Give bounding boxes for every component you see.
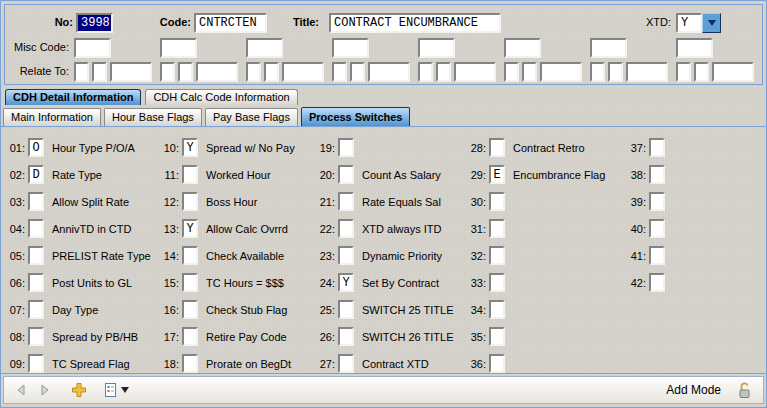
tab-cdh-detail-information[interactable]: CDH Detail Information: [5, 89, 141, 105]
switch-value-field[interactable]: [28, 246, 44, 265]
relate-to-field-small[interactable]: [246, 62, 261, 82]
switch-value-field[interactable]: [489, 273, 505, 292]
title-field[interactable]: CONTRACT ENCUMBRANCE: [329, 13, 501, 33]
switch-value-field[interactable]: [649, 138, 665, 157]
switch-value-field[interactable]: E: [489, 165, 505, 184]
record-number-field[interactable]: 3998: [76, 13, 113, 33]
tab-hour-base-flags[interactable]: Hour Base Flags: [104, 108, 202, 126]
options-button[interactable]: [100, 378, 132, 402]
previous-record-button[interactable]: [10, 378, 32, 402]
switch-row: 11:Worked Hour: [153, 161, 295, 188]
switch-label: PRELIST Rate Type: [52, 250, 151, 262]
relate-to-field-large[interactable]: [626, 62, 668, 82]
switch-value-field[interactable]: [28, 327, 44, 346]
switch-value-field[interactable]: [28, 219, 44, 238]
lock-toggle-button[interactable]: [733, 378, 755, 402]
switch-row: 06:Post Units to GL: [5, 269, 151, 296]
switch-value-field[interactable]: Y: [338, 273, 354, 292]
switch-value-field[interactable]: [338, 354, 354, 373]
relate-to-field-small[interactable]: [504, 62, 519, 82]
relate-to-field-large[interactable]: [282, 62, 324, 82]
tab-cdh-calc-code-information[interactable]: CDH Calc Code Information: [145, 89, 297, 105]
switch-label: Post Units to GL: [52, 277, 132, 289]
relate-to-field-small[interactable]: [590, 62, 605, 82]
relate-to-field-small[interactable]: [522, 62, 537, 82]
switch-value-field[interactable]: [489, 246, 505, 265]
relate-to-field-small[interactable]: [608, 62, 623, 82]
xtd-dropdown-button[interactable]: [702, 13, 721, 33]
relate-to-field-small[interactable]: [332, 62, 347, 82]
tab-pay-base-flags[interactable]: Pay Base Flags: [205, 108, 298, 126]
switch-value-field[interactable]: Y: [182, 138, 198, 157]
switch-value-field[interactable]: [182, 192, 198, 211]
bottom-toolbar: Add Mode: [3, 376, 764, 404]
misc-code-field[interactable]: [418, 38, 455, 58]
relate-to-field-large[interactable]: [110, 62, 152, 82]
switch-value-field[interactable]: [182, 246, 198, 265]
switch-value-field[interactable]: [338, 327, 354, 346]
misc-code-field[interactable]: [590, 38, 627, 58]
relate-to-field-large[interactable]: [368, 62, 410, 82]
relate-to-field-small[interactable]: [676, 62, 691, 82]
switch-value-field[interactable]: [28, 354, 44, 373]
switch-value-field[interactable]: Y: [182, 219, 198, 238]
switch-value-field[interactable]: [182, 300, 198, 319]
switch-value-field[interactable]: [182, 327, 198, 346]
switch-value-field[interactable]: [489, 192, 505, 211]
switch-value-field[interactable]: [28, 273, 44, 292]
switch-value-field[interactable]: [28, 192, 44, 211]
relate-to-field-small[interactable]: [436, 62, 451, 82]
relate-to-field-small[interactable]: [178, 62, 193, 82]
switch-value-field[interactable]: [338, 192, 354, 211]
switch-row: 41:: [626, 242, 673, 269]
switch-value-field[interactable]: [489, 219, 505, 238]
misc-code-field[interactable]: [676, 38, 713, 58]
switch-value-field[interactable]: [649, 219, 665, 238]
switch-value-field[interactable]: [489, 354, 505, 373]
relate-to-field-small[interactable]: [694, 62, 709, 82]
relate-to-field-small[interactable]: [418, 62, 433, 82]
switch-value-field[interactable]: [182, 273, 198, 292]
switch-value-field[interactable]: [338, 165, 354, 184]
switch-value-field[interactable]: [28, 300, 44, 319]
relate-to-field-large[interactable]: [454, 62, 496, 82]
relate-to-field-large[interactable]: [712, 62, 754, 82]
misc-code-field[interactable]: [74, 38, 111, 58]
tab-process-switches[interactable]: Process Switches: [301, 107, 411, 126]
relate-to-field-large[interactable]: [196, 62, 238, 82]
xtd-field[interactable]: Y: [676, 13, 702, 33]
switch-value-field[interactable]: [649, 246, 665, 265]
relate-to-field-small[interactable]: [264, 62, 279, 82]
switch-value-field[interactable]: [649, 273, 665, 292]
switch-number: 40:: [626, 223, 646, 235]
relate-to-field-small[interactable]: [160, 62, 175, 82]
switch-number: 16:: [153, 304, 179, 316]
switch-value-field[interactable]: [182, 165, 198, 184]
switch-value-field[interactable]: [182, 354, 198, 373]
switch-value-field[interactable]: [489, 300, 505, 319]
switch-value-field[interactable]: [338, 138, 354, 157]
relate-to-field-small[interactable]: [92, 62, 107, 82]
relate-to-field-small[interactable]: [74, 62, 89, 82]
switch-value-field[interactable]: D: [28, 165, 44, 184]
switch-value-field[interactable]: [338, 246, 354, 265]
add-record-button[interactable]: [68, 378, 90, 402]
misc-code-field[interactable]: [160, 38, 197, 58]
switch-value-field[interactable]: [649, 165, 665, 184]
switch-number: 27:: [316, 358, 335, 370]
misc-code-field[interactable]: [332, 38, 369, 58]
switch-value-field[interactable]: [489, 138, 505, 157]
switch-value-field[interactable]: [338, 219, 354, 238]
relate-to-field-small[interactable]: [350, 62, 365, 82]
misc-code-field[interactable]: [246, 38, 283, 58]
switch-value-field[interactable]: [338, 300, 354, 319]
next-record-button[interactable]: [34, 378, 56, 402]
relate-to-group: [590, 62, 668, 82]
left-arrow-icon: [15, 384, 27, 396]
switch-value-field[interactable]: [649, 192, 665, 211]
tab-main-information[interactable]: Main Information: [3, 108, 101, 126]
switch-value-field[interactable]: [489, 327, 505, 346]
switch-value-field[interactable]: O: [28, 138, 44, 157]
misc-code-field[interactable]: [504, 38, 541, 58]
relate-to-field-large[interactable]: [540, 62, 582, 82]
